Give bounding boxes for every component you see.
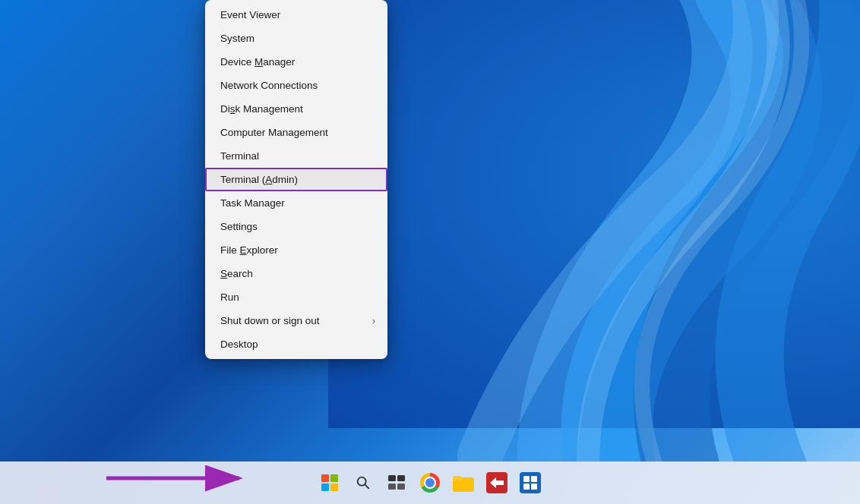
svg-rect-8 [397, 484, 405, 490]
menu-item-label: System [220, 33, 255, 44]
menu-item-terminal[interactable]: Terminal [205, 144, 387, 168]
red-app-icon [486, 472, 507, 493]
svg-rect-11 [453, 476, 461, 481]
app-grid-button[interactable] [515, 468, 545, 498]
menu-item-label: File Explorer [220, 244, 278, 256]
chrome-button[interactable] [415, 468, 445, 498]
chrome-icon [420, 473, 440, 493]
file-explorer-button[interactable] [448, 468, 479, 498]
menu-item-disk-management[interactable]: Disk Management [205, 97, 387, 121]
menu-item-search[interactable]: Search [205, 262, 387, 285]
menu-item-label: Settings [220, 221, 258, 232]
svg-rect-7 [388, 484, 396, 490]
folder-icon [453, 474, 474, 492]
wallpaper-svg [328, 0, 860, 461]
menu-item-label: Device Manager [220, 56, 295, 68]
task-view-icon [388, 475, 405, 490]
menu-item-system[interactable]: System [205, 27, 387, 50]
grid-cell [523, 476, 530, 482]
win-quad-bl [321, 484, 329, 491]
menu-item-label: Terminal (Admin) [220, 174, 298, 185]
grid-cell [523, 484, 530, 490]
menu-item-label: Computer Management [220, 127, 328, 138]
menu-item-label: Task Manager [220, 197, 285, 209]
menu-item-device-manager[interactable]: Device Manager [205, 50, 387, 74]
desktop-wallpaper [0, 0, 860, 461]
svg-marker-12 [490, 477, 504, 488]
menu-item-task-manager[interactable]: Task Manager [205, 191, 387, 215]
svg-rect-6 [397, 475, 405, 481]
win-quad-br [330, 484, 338, 491]
svg-line-4 [365, 484, 368, 488]
menu-item-event-viewer[interactable]: Event Viewer [205, 3, 387, 27]
context-menu: Event Viewer System Device Manager Netwo… [205, 0, 387, 359]
menu-item-label: Network Connections [220, 80, 318, 91]
task-view-button[interactable] [381, 468, 412, 498]
menu-item-settings[interactable]: Settings [205, 215, 387, 238]
menu-item-label: Terminal [220, 150, 259, 162]
menu-item-label: Event Viewer [220, 9, 280, 20]
submenu-arrow-icon: › [372, 316, 375, 326]
app-dup-button[interactable] [482, 468, 512, 498]
start-button[interactable] [315, 468, 345, 498]
win-quad-tl [321, 474, 329, 482]
desktop: Event Viewer System Device Manager Netwo… [0, 0, 860, 504]
menu-item-label: Desktop [220, 339, 258, 350]
menu-item-shut-down[interactable]: Shut down or sign out › [205, 309, 387, 332]
arrow-annotation [106, 463, 258, 493]
grid-cell [531, 476, 537, 482]
menu-item-desktop[interactable]: Desktop [205, 332, 387, 356]
menu-item-file-explorer[interactable]: File Explorer [205, 238, 387, 262]
menu-item-label: Shut down or sign out [220, 315, 320, 326]
annotation-arrow-svg [106, 463, 258, 493]
menu-item-terminal-admin[interactable]: Terminal (Admin) [205, 168, 387, 191]
menu-item-label: Run [220, 291, 239, 303]
win-quad-tr [330, 474, 338, 482]
menu-item-computer-management[interactable]: Computer Management [205, 121, 387, 144]
svg-rect-5 [388, 475, 396, 481]
taskbar-center [315, 468, 545, 498]
menu-item-run[interactable]: Run [205, 285, 387, 309]
grid-app-icon [520, 472, 541, 493]
windows-logo-icon [321, 474, 338, 491]
menu-item-network-connections[interactable]: Network Connections [205, 74, 387, 97]
menu-item-label: Disk Management [220, 103, 303, 115]
search-taskbar-button[interactable] [348, 468, 378, 498]
menu-item-label: Search [220, 268, 253, 279]
grid-cell [531, 484, 537, 490]
search-icon [355, 474, 372, 491]
